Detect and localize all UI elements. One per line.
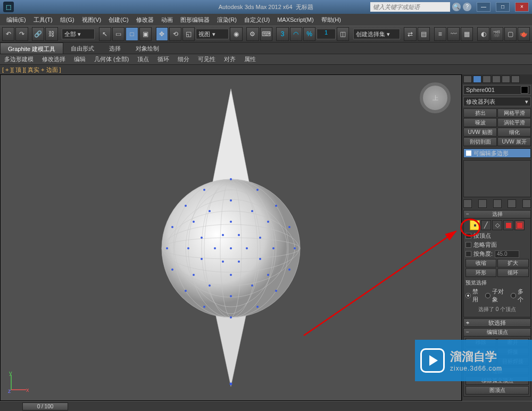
utilities-tab[interactable]	[511, 76, 520, 83]
angle-snap-button[interactable]: ◠	[290, 27, 302, 41]
close-button[interactable]: ×	[515, 2, 529, 12]
refcoord-dropdown[interactable]: 视图 ▾	[196, 29, 229, 39]
ribmenu-2[interactable]: 编辑	[70, 55, 90, 63]
by-angle-checkbox[interactable]	[466, 251, 471, 257]
mod-meshsmooth[interactable]: 网格平滑	[497, 108, 531, 118]
rollout-selection-header[interactable]: 选择	[463, 210, 531, 219]
rollout-edit-vertex-header[interactable]: 编辑顶点	[463, 328, 531, 337]
align-button[interactable]: ▤	[418, 27, 430, 41]
mod-noise[interactable]: 噪波	[463, 118, 497, 127]
preview-off-radio[interactable]	[466, 293, 471, 298]
show-end-icon[interactable]	[478, 199, 487, 208]
mirror-button[interactable]: ⇄	[404, 27, 416, 41]
edged-button[interactable]: ◫	[337, 27, 349, 41]
subobj-border-button[interactable]: ◇	[492, 220, 502, 230]
menu-view[interactable]: 视图(V)	[79, 16, 105, 24]
mod-tessellate[interactable]: 细化	[497, 128, 531, 137]
time-slider[interactable]: 0 / 100	[22, 402, 68, 410]
grow-button[interactable]: 扩大	[497, 259, 528, 267]
angle-spinner[interactable]: 45.0	[495, 250, 519, 258]
percent-snap-button[interactable]: %	[303, 27, 315, 41]
select-by-name-button[interactable]: ▭	[112, 27, 124, 41]
by-vertex-checkbox[interactable]	[466, 233, 471, 239]
pin-stack-icon[interactable]	[463, 199, 472, 208]
maximize-button[interactable]: □	[496, 2, 510, 12]
tab-objectpaint[interactable]: 对象绘制	[128, 43, 167, 54]
layers-button[interactable]: ≡	[434, 27, 446, 41]
object-name-field[interactable]: Sphere001	[463, 85, 531, 95]
mod-turbosmooth[interactable]: 涡轮平滑	[497, 118, 531, 127]
viewport[interactable]: 上 y x z	[0, 74, 462, 401]
viewcube[interactable]: 上	[420, 82, 451, 113]
ribmenu-7[interactable]: 可见性	[194, 55, 220, 63]
motion-tab[interactable]	[492, 76, 501, 83]
menu-grapheditor[interactable]: 图形编辑器	[177, 16, 213, 24]
unlink-button[interactable]: ⛓	[45, 27, 57, 41]
pivot-button[interactable]: ◉	[230, 27, 242, 41]
ribmenu-1[interactable]: 修改选择	[38, 55, 70, 63]
render-button[interactable]: 🫖	[518, 27, 530, 41]
shrink-button[interactable]: 收缩	[466, 259, 496, 267]
material-editor-button[interactable]: ◐	[477, 27, 489, 41]
mod-extrude[interactable]: 挤出	[463, 108, 497, 118]
preview-multi-radio[interactable]	[511, 293, 516, 298]
modifier-list-dropdown[interactable]: 修改器列表▾	[463, 97, 531, 106]
ribmenu-4[interactable]: 顶点	[133, 55, 153, 63]
menu-customize[interactable]: 自定义(U)	[241, 16, 273, 24]
link-button[interactable]: 🔗	[32, 27, 44, 41]
rect-select-button[interactable]: □	[126, 27, 138, 41]
tab-graphite[interactable]: Graphite 建模工具	[0, 43, 63, 54]
window-crossing-button[interactable]: ▣	[139, 27, 152, 41]
redo-button[interactable]: ↷	[15, 27, 28, 41]
ribmenu-8[interactable]: 对齐	[220, 55, 240, 63]
minimize-button[interactable]: —	[477, 2, 491, 12]
undo-button[interactable]: ↶	[2, 27, 14, 41]
ribmenu-5[interactable]: 循环	[153, 55, 173, 63]
hierarchy-tab[interactable]	[483, 76, 491, 83]
mod-uvwmap[interactable]: UVW 贴图	[463, 128, 497, 137]
keyboard-button[interactable]: ⌨	[260, 27, 272, 41]
modifier-stack-area[interactable]	[463, 160, 531, 197]
select-button[interactable]: ↖	[99, 27, 111, 41]
pin-vertex-button[interactable]: 图顶点	[466, 386, 529, 395]
scale-button[interactable]: ◱	[182, 27, 195, 41]
preview-sub-radio[interactable]	[485, 293, 491, 298]
configure-icon[interactable]	[522, 199, 531, 208]
render-setup-button[interactable]: 🎬	[491, 27, 503, 41]
menu-edit[interactable]: 编辑(E)	[3, 16, 29, 24]
ring-button[interactable]: 环形	[466, 269, 496, 277]
modify-tab[interactable]	[473, 76, 481, 83]
timeline[interactable]: 0 / 100	[0, 401, 532, 411]
ignore-backfacing-checkbox[interactable]	[466, 242, 471, 248]
loop-button[interactable]: 循环	[497, 269, 528, 277]
render-frame-button[interactable]: ▢	[504, 27, 517, 41]
ribmenu-3[interactable]: 几何体 (全部)	[90, 55, 133, 63]
manipulate-button[interactable]: ⚙	[246, 27, 259, 41]
modifier-stack-item[interactable]: 可编辑多边形	[463, 148, 531, 158]
subobj-vertex-button[interactable]	[470, 220, 480, 230]
tab-selection[interactable]: 选择	[102, 43, 128, 54]
menu-group[interactable]: 组(G)	[57, 16, 78, 24]
menu-create[interactable]: 创建(C)	[105, 16, 131, 24]
help-icon[interactable]: ?	[463, 3, 471, 11]
curve-editor-button[interactable]: 〰	[447, 27, 460, 41]
ribmenu-9[interactable]: 属性	[240, 55, 260, 63]
menu-animation[interactable]: 动画	[158, 16, 176, 24]
subobj-edge-button[interactable]: ╱	[481, 220, 491, 230]
menu-render[interactable]: 渲染(R)	[214, 16, 240, 24]
move-button[interactable]: ✥	[156, 27, 168, 41]
remove-mod-icon[interactable]	[508, 199, 516, 208]
object-color-chip[interactable]	[521, 86, 528, 94]
mod-slice[interactable]: 剖切剖面	[463, 137, 497, 146]
rollout-soft-header[interactable]: +软选择	[463, 318, 531, 327]
quick-search-input[interactable]	[370, 2, 450, 12]
ribmenu-6[interactable]: 细分	[173, 55, 194, 63]
unique-icon[interactable]	[493, 199, 502, 208]
snap-button[interactable]: 3	[276, 27, 288, 41]
viewport-label[interactable]: [ + ][ 顶 ][ 真实 + 边面 ]	[0, 65, 532, 74]
rotate-button[interactable]: ⟲	[169, 27, 181, 41]
selection-set-dropdown[interactable]: 创建选择集 ▾	[353, 29, 400, 39]
subobj-element-button[interactable]	[514, 220, 525, 230]
schematic-button[interactable]: ▦	[461, 27, 473, 41]
mod-uvwunwrap[interactable]: UVW 展开	[497, 137, 531, 146]
